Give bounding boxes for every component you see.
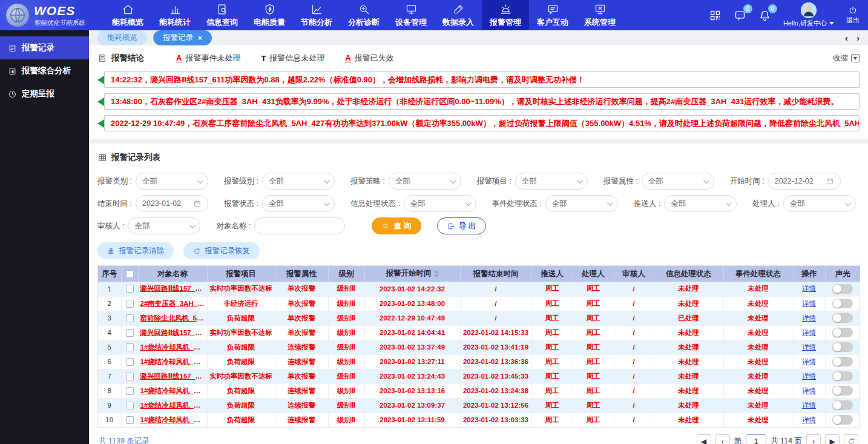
object-name-input[interactable] [254,217,345,234]
object-name-link[interactable]: 1#烧结冷却风机_AH6_... [140,402,208,409]
sidebar-item[interactable]: 报警综合分析 [0,59,89,82]
nav-item[interactable]: 数据录入 [435,0,482,30]
row-checkbox[interactable] [126,329,134,337]
detail-link[interactable]: 详情 [802,314,816,322]
sound-light-toggle[interactable] [832,386,853,396]
filter-dropdown[interactable]: 全部 [389,173,461,190]
logout-button[interactable]: 退出 [846,5,860,25]
col-start-time[interactable]: 报警开始时间 [364,266,460,282]
nav-item[interactable]: 分析诊断 [340,0,387,30]
nav-item[interactable]: 能耗概览 [104,0,151,30]
page-number-input[interactable] [746,434,766,444]
tab-energy-overview[interactable]: 能耗概览 [97,30,147,45]
object-name-link[interactable]: 1#烧结冷却风机_AH6_... [140,416,208,423]
collapse-button[interactable]: 收缩 [833,53,860,64]
object-name-link[interactable]: 潞兴回路Ⅱ线157_611 [140,373,206,380]
object-name-link[interactable]: 1#烧结冷却风机_AH6_... [140,387,208,394]
refresh-button[interactable] [844,434,858,444]
sound-light-toggle[interactable] [832,328,853,337]
detail-link[interactable]: 详情 [802,402,816,409]
legend-item[interactable]: T 报警信息未处理 [261,53,324,64]
detail-link[interactable]: 详情 [802,285,816,292]
nav-item[interactable]: 设备管理 [387,0,435,30]
filter-dropdown[interactable]: 2022-12-02 [768,173,841,190]
filter-dropdown[interactable]: 2023-01-02 [136,195,208,212]
sound-light-toggle[interactable] [832,284,853,294]
row-checkbox[interactable] [126,373,134,380]
row-checkbox[interactable] [126,358,134,366]
detail-link[interactable]: 详情 [802,358,816,365]
detail-link[interactable]: 详情 [802,416,816,423]
filter-dropdown[interactable]: 全部 [642,173,714,190]
last-page-button[interactable]: ▶ [825,434,840,444]
filter-dropdown[interactable]: 全部 [136,173,208,190]
sound-light-toggle[interactable] [832,357,853,366]
col-pusher: 推送人 [531,266,573,282]
nav-item[interactable]: 信息查询 [199,0,246,30]
close-tab-icon[interactable]: × [198,34,202,42]
user-menu[interactable]: Hello,研发中心 [783,2,834,28]
filter-dropdown[interactable]: 全部 [262,173,335,190]
nav-item[interactable]: 节能分析 [293,0,340,30]
row-checkbox[interactable] [126,387,134,395]
alarm-level: 级别Ⅱ [328,282,364,296]
row-checkbox[interactable] [126,285,134,293]
messages-button[interactable]: 0 [734,9,746,22]
row-checkbox[interactable] [126,314,134,322]
sound-light-toggle[interactable] [832,342,853,352]
nav-item-label: 信息查询 [206,17,238,28]
row-checkbox[interactable] [126,416,134,424]
detail-link[interactable]: 详情 [802,300,816,307]
detail-link[interactable]: 详情 [802,373,816,380]
tabs-scroll-right-icon[interactable]: › [856,33,860,42]
next-page-button[interactable]: › [806,434,821,444]
tab-alarm-records[interactable]: 报警记录 × [153,30,212,45]
object-name-link[interactable]: 潞兴回路Ⅱ线157_611 [140,285,206,292]
object-name-link[interactable]: 窑前除尘北风机_5AH_... [140,314,208,322]
row-checkbox[interactable] [126,343,134,351]
col-no: 序号 [98,266,121,282]
first-page-button[interactable]: ◀ [697,434,711,444]
restore-records-button[interactable]: 报警记录恢复 [183,242,260,259]
sidebar-item[interactable]: 定期呈报 [0,82,89,105]
filter-dropdown[interactable]: 全部 [545,195,618,212]
alert-arrow-icon [97,98,104,106]
qr-code-icon[interactable] [709,9,722,22]
filter-dropdown[interactable]: 全部 [404,195,476,212]
object-name-link[interactable]: 2#南变压器_3AH_431 [140,300,208,307]
legend-item[interactable]: A 报警已失效 [345,53,393,64]
filter-dropdown[interactable]: 全部 [262,195,335,212]
sound-light-toggle[interactable] [832,299,853,308]
filter-dropdown[interactable]: 全部 [128,217,200,234]
detail-link[interactable]: 详情 [802,387,816,394]
sound-light-toggle[interactable] [832,400,853,410]
nav-item[interactable]: 电能质量 [246,0,293,30]
nav-item[interactable]: 能耗统计 [151,0,199,30]
sort-icon[interactable] [434,268,439,280]
nav-item[interactable]: 报警管理 [482,0,529,30]
select-all-checkbox[interactable] [126,270,134,278]
detail-link[interactable]: 详情 [802,329,816,336]
nav-item[interactable]: 系统管理 [576,0,623,30]
search-button[interactable]: 查 询 [372,217,421,234]
sidebar-item[interactable]: 报警记录 [0,36,89,59]
prev-page-button[interactable]: ‹ [715,434,730,444]
nav-item[interactable]: 客户互动 [529,0,576,30]
filter-dropdown[interactable]: 全部 [664,195,737,212]
object-name-link[interactable]: 潞兴回路Ⅱ线157_611 [140,329,206,336]
row-checkbox[interactable] [126,402,134,409]
filter-dropdown[interactable]: 全部 [783,195,856,212]
legend-item[interactable]: A 报警事件未处理 [176,53,240,64]
export-button[interactable]: 导 出 [437,217,486,234]
sound-light-toggle[interactable] [832,313,853,323]
object-name-link[interactable]: 1#烧结冷却风机_AH6_... [140,343,208,351]
clear-records-button[interactable]: 报警记录清除 [97,242,174,259]
filter-dropdown[interactable]: 全部 [515,173,588,190]
sound-light-toggle[interactable] [832,371,853,381]
notifications-button[interactable]: 0 [758,9,771,22]
tabs-scroll-left-icon[interactable]: ‹ [845,33,848,42]
row-checkbox[interactable] [126,300,134,308]
sound-light-toggle[interactable] [832,415,853,425]
detail-link[interactable]: 详情 [802,343,816,351]
object-name-link[interactable]: 1#烧结冷却风机_AH6_... [140,358,208,365]
